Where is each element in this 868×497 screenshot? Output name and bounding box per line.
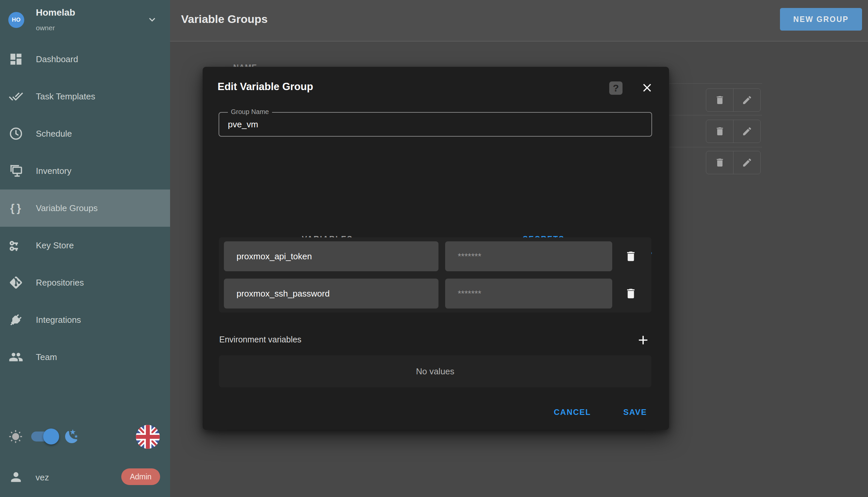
sidebar-item-key-store[interactable]: Key Store xyxy=(0,227,170,264)
variable-value-input[interactable] xyxy=(445,241,612,271)
environment-variables-empty: No values xyxy=(219,355,651,387)
help-icon[interactable]: ? xyxy=(609,82,622,95)
app-root: HO Homelab owner Dashboard Task Template… xyxy=(0,0,868,497)
page-header: Variable Groups NEW GROUP xyxy=(170,0,868,42)
dialog-actions: CANCEL SAVE xyxy=(203,401,669,424)
sidebar-item-integrations[interactable]: Integrations xyxy=(0,301,170,338)
project-initials: HO xyxy=(12,17,21,23)
sidebar-item-label: Dashboard xyxy=(36,54,78,65)
sidebar-item-label: Variable Groups xyxy=(36,203,98,213)
sidebar-item-label: Integrations xyxy=(36,315,81,325)
variable-value-input[interactable] xyxy=(445,279,612,309)
page-title: Variable Groups xyxy=(181,13,268,26)
table-row-actions xyxy=(706,88,761,112)
sidebar-item-schedule[interactable]: Schedule xyxy=(0,115,170,152)
sidebar-item-repositories[interactable]: Repositories xyxy=(0,264,170,301)
close-icon[interactable] xyxy=(641,81,654,95)
sidebar-item-label: Inventory xyxy=(36,166,71,176)
table-row-actions xyxy=(706,120,761,143)
project-name: Homelab xyxy=(36,7,75,18)
sidebar-item-dashboard[interactable]: Dashboard xyxy=(0,41,170,78)
environment-variables-label: Environment variables xyxy=(219,335,301,344)
user-icon xyxy=(9,470,23,484)
extra-variables-panel xyxy=(219,237,651,312)
table-row-divider xyxy=(669,115,762,115)
dialog-title: Edit Variable Group xyxy=(218,81,313,93)
sidebar-item-label: Team xyxy=(36,352,57,363)
people-icon xyxy=(9,350,23,364)
group-name-input[interactable] xyxy=(227,113,627,135)
delete-variable-icon[interactable] xyxy=(624,250,637,262)
monitor-icon xyxy=(9,164,23,178)
save-button[interactable]: SAVE xyxy=(612,401,658,424)
dashboard-icon xyxy=(9,52,23,67)
toggle-knob xyxy=(43,428,59,444)
edit-group-button[interactable] xyxy=(733,89,760,111)
edit-group-button[interactable] xyxy=(733,151,760,174)
sun-icon xyxy=(9,430,23,444)
admin-badge: Admin xyxy=(121,468,160,485)
sidebar: HO Homelab owner Dashboard Task Template… xyxy=(0,0,170,497)
project-avatar: HO xyxy=(8,12,24,28)
delete-group-button[interactable] xyxy=(706,89,733,111)
sidebar-item-task-templates[interactable]: Task Templates xyxy=(0,78,170,115)
new-group-button[interactable]: NEW GROUP xyxy=(780,8,862,31)
sidebar-item-inventory[interactable]: Inventory xyxy=(0,152,170,189)
sidebar-item-label: Repositories xyxy=(36,278,84,288)
add-environment-variable-icon[interactable] xyxy=(636,333,650,347)
project-selector[interactable]: HO Homelab owner xyxy=(0,0,170,41)
check-all-icon xyxy=(9,89,23,104)
sidebar-item-label: Task Templates xyxy=(36,91,95,102)
group-name-field: Group Name xyxy=(219,112,652,137)
delete-group-button[interactable] xyxy=(706,120,733,143)
sidebar-footer: vez Admin xyxy=(0,414,170,497)
braces-icon: { } xyxy=(9,201,23,215)
variable-name-input[interactable] xyxy=(224,241,439,271)
dark-mode-toggle[interactable] xyxy=(31,431,57,441)
git-icon xyxy=(9,275,23,290)
sidebar-item-label: Schedule xyxy=(36,129,72,139)
delete-group-button[interactable] xyxy=(706,151,733,174)
environment-variables-header: Environment variables xyxy=(219,332,652,348)
project-role: owner xyxy=(36,24,55,32)
table-row-divider xyxy=(669,83,762,84)
chevron-down-icon xyxy=(146,14,158,26)
sidebar-item-label: Key Store xyxy=(36,240,74,251)
sidebar-nav: Dashboard Task Templates Schedule Invent… xyxy=(0,41,170,376)
table-row-actions xyxy=(706,151,761,174)
sidebar-item-team[interactable]: Team xyxy=(0,338,170,376)
variable-name-input[interactable] xyxy=(224,279,439,309)
username[interactable]: vez xyxy=(35,472,49,483)
sidebar-item-variable-groups[interactable]: { } Variable Groups xyxy=(0,189,170,227)
delete-variable-icon[interactable] xyxy=(624,287,637,300)
keys-icon xyxy=(9,238,23,253)
edit-variable-group-dialog: Edit Variable Group ? Group Name VARIABL… xyxy=(203,67,669,430)
language-flag-uk[interactable] xyxy=(136,425,160,449)
clock-icon xyxy=(9,126,23,141)
moon-stars-icon[interactable] xyxy=(64,428,80,444)
plug-icon xyxy=(9,312,23,327)
cancel-button[interactable]: CANCEL xyxy=(544,401,601,424)
edit-group-button[interactable] xyxy=(733,120,760,143)
table-row-divider xyxy=(669,147,762,147)
